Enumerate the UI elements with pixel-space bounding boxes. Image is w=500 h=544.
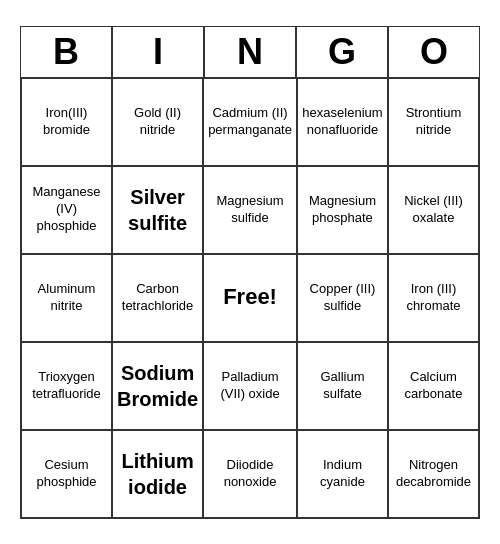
header-letter-i: I xyxy=(112,26,204,77)
bingo-card: BINGO Iron(III) bromideGold (II) nitride… xyxy=(20,26,480,519)
bingo-cell-6[interactable]: Silver sulfite xyxy=(112,166,203,254)
bingo-cell-10[interactable]: Aluminum nitrite xyxy=(21,254,112,342)
bingo-cell-1[interactable]: Gold (II) nitride xyxy=(112,78,203,166)
bingo-cell-8[interactable]: Magnesium phosphate xyxy=(297,166,388,254)
header-letter-n: N xyxy=(204,26,296,77)
bingo-cell-16[interactable]: Sodium Bromide xyxy=(112,342,203,430)
bingo-grid: Iron(III) bromideGold (II) nitrideCadmiu… xyxy=(20,77,480,519)
bingo-cell-2[interactable]: Cadmium (II) permanganate xyxy=(203,78,297,166)
bingo-cell-11[interactable]: Carbon tetrachloride xyxy=(112,254,203,342)
bingo-cell-13[interactable]: Copper (III) sulfide xyxy=(297,254,388,342)
header-letter-o: O xyxy=(388,26,480,77)
bingo-cell-5[interactable]: Manganese (IV) phosphide xyxy=(21,166,112,254)
bingo-cell-19[interactable]: Calcium carbonate xyxy=(388,342,479,430)
header-letter-g: G xyxy=(296,26,388,77)
bingo-cell-18[interactable]: Gallium sulfate xyxy=(297,342,388,430)
bingo-cell-7[interactable]: Magnesium sulfide xyxy=(203,166,297,254)
bingo-header: BINGO xyxy=(20,26,480,77)
bingo-cell-23[interactable]: Indium cyanide xyxy=(297,430,388,518)
bingo-cell-22[interactable]: Diiodide nonoxide xyxy=(203,430,297,518)
bingo-cell-4[interactable]: Strontium nitride xyxy=(388,78,479,166)
bingo-cell-21[interactable]: Lithium iodide xyxy=(112,430,203,518)
bingo-cell-0[interactable]: Iron(III) bromide xyxy=(21,78,112,166)
header-letter-b: B xyxy=(20,26,112,77)
bingo-cell-14[interactable]: Iron (III) chromate xyxy=(388,254,479,342)
bingo-cell-17[interactable]: Palladium (VII) oxide xyxy=(203,342,297,430)
bingo-cell-9[interactable]: Nickel (III) oxalate xyxy=(388,166,479,254)
bingo-cell-20[interactable]: Cesium phosphide xyxy=(21,430,112,518)
bingo-cell-12[interactable]: Free! xyxy=(203,254,297,342)
bingo-cell-24[interactable]: Nitrogen decabromide xyxy=(388,430,479,518)
bingo-cell-15[interactable]: Trioxygen tetrafluoride xyxy=(21,342,112,430)
bingo-cell-3[interactable]: hexaselenium nonafluoride xyxy=(297,78,388,166)
